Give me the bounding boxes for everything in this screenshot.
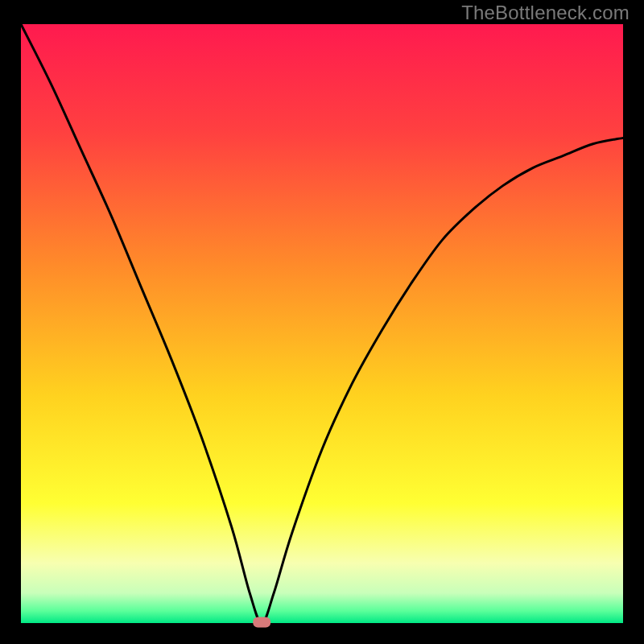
- bottleneck-chart: [0, 0, 644, 644]
- chart-frame: TheBottleneck.com: [0, 0, 644, 644]
- minimum-marker: [253, 617, 270, 628]
- plot-background: [21, 24, 623, 623]
- watermark-text: TheBottleneck.com: [461, 2, 630, 24]
